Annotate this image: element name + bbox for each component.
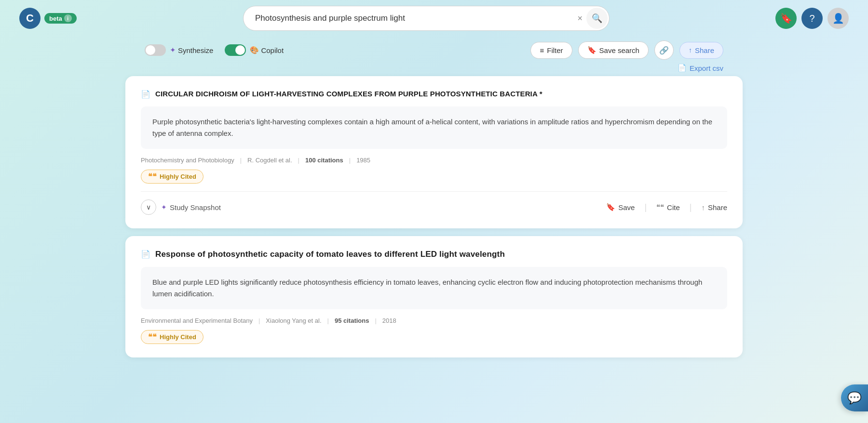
export-csv-button[interactable]: 📄 Export csv — [678, 64, 723, 72]
synthesize-label: ✦ Synthesize — [170, 46, 213, 54]
search-bar-wrapper: × 🔍 — [243, 6, 610, 31]
copilot-toggle-group: 🎨 Copilot — [225, 44, 284, 56]
result-abstract: Blue and purple LED lights significantly… — [141, 267, 727, 309]
beta-label: beta — [49, 15, 62, 22]
copilot-toggle[interactable] — [225, 44, 246, 56]
quote-icon: ❝❝ — [148, 172, 157, 181]
link-icon: 🔗 — [659, 46, 669, 55]
link-button[interactable]: 🔗 — [654, 40, 674, 60]
snapshot-actions: 🔖 Save | ❝❝ Cite | ↑ Share — [606, 202, 727, 212]
share-result-icon: ↑ — [701, 203, 705, 212]
logo-icon: C — [19, 8, 41, 29]
document-icon: 📄 — [141, 250, 150, 259]
beta-badge: beta i — [44, 13, 77, 24]
chat-icon: 💬 — [847, 391, 862, 405]
share-button[interactable]: ↑ Share — [679, 42, 723, 59]
bookmark-button[interactable]: 🔖 — [775, 8, 797, 29]
search-input[interactable] — [243, 6, 610, 31]
result-meta: Photochemistry and Photobiology | R. Cog… — [141, 157, 727, 164]
separator: | — [644, 202, 647, 212]
export-area: 📄 Export csv — [0, 64, 868, 76]
copilot-label: 🎨 Copilot — [250, 46, 284, 54]
logo-area: C beta i — [19, 8, 77, 29]
result-meta: Environmental and Experimental Botany | … — [141, 317, 727, 324]
synthesize-toggle[interactable] — [145, 44, 166, 56]
share-icon: ↑ — [689, 46, 692, 54]
cite-icon: ❝❝ — [656, 203, 664, 212]
result-title: 📄 Response of photosynthetic capacity of… — [141, 250, 727, 259]
copilot-icon: 🎨 — [250, 46, 259, 54]
save-search-icon: 🔖 — [587, 46, 597, 54]
help-button[interactable]: ? — [801, 8, 823, 29]
save-icon: 🔖 — [606, 203, 615, 212]
save-search-button[interactable]: 🔖 Save search — [578, 41, 649, 59]
result-abstract: Purple photosynthetic bacteria's light-h… — [141, 106, 727, 149]
snapshot-sparkle-icon: ✦ — [161, 203, 167, 211]
result-card: 📄 CIRCULAR DICHROISM OF LIGHT-HARVESTING… — [125, 76, 743, 228]
bookmark-icon: 🔖 — [780, 13, 792, 24]
avatar-button[interactable]: 👤 — [827, 8, 849, 29]
results-container: 📄 CIRCULAR DICHROISM OF LIGHT-HARVESTING… — [0, 76, 868, 357]
search-clear-button[interactable]: × — [577, 14, 583, 23]
quote-icon: ❝❝ — [148, 332, 157, 342]
result-card: 📄 Response of photosynthetic capacity of… — [125, 236, 743, 357]
highly-cited-badge: ❝❝ Highly Cited — [141, 330, 727, 344]
header: C beta i × 🔍 🔖 ? 👤 — [0, 0, 868, 37]
search-submit-button[interactable]: 🔍 — [586, 8, 608, 29]
separator: | — [690, 202, 692, 212]
header-actions: 🔖 ? 👤 — [775, 8, 849, 29]
highly-cited-badge: ❝❝ Highly Cited — [141, 170, 727, 184]
toolbar-left: ✦ Synthesize 🎨 Copilot — [145, 44, 284, 56]
share-result-button[interactable]: ↑ Share — [701, 203, 727, 212]
chat-bubble-button[interactable]: 💬 — [841, 384, 868, 411]
snapshot-label: ✦ Study Snapshot — [161, 203, 221, 212]
beta-info-icon[interactable]: i — [64, 14, 72, 22]
toolbar-right: ≡ Filter 🔖 Save search 🔗 ↑ Share — [530, 40, 723, 60]
synthesize-toggle-group: ✦ Synthesize — [145, 44, 213, 56]
save-result-button[interactable]: 🔖 Save — [606, 203, 635, 212]
avatar-icon: 👤 — [832, 13, 844, 24]
export-icon: 📄 — [678, 64, 687, 72]
filter-button[interactable]: ≡ Filter — [530, 42, 572, 59]
search-icon: 🔍 — [592, 13, 602, 24]
help-icon: ? — [809, 13, 814, 24]
chevron-down-icon: ∨ — [146, 203, 151, 211]
filter-icon: ≡ — [540, 46, 544, 54]
result-title: 📄 CIRCULAR DICHROISM OF LIGHT-HARVESTING… — [141, 90, 727, 99]
synthesize-sparkle-icon: ✦ — [170, 46, 176, 54]
snapshot-left: ∨ ✦ Study Snapshot — [141, 199, 221, 215]
study-snapshot-bar: ∨ ✦ Study Snapshot 🔖 Save | ❝❝ Cite | — [141, 191, 727, 215]
document-icon: 📄 — [141, 90, 150, 99]
snapshot-expand-button[interactable]: ∨ — [141, 199, 156, 215]
cite-button[interactable]: ❝❝ Cite — [656, 203, 680, 212]
toolbar: ✦ Synthesize 🎨 Copilot ≡ Filter 🔖 Save s… — [0, 37, 868, 64]
